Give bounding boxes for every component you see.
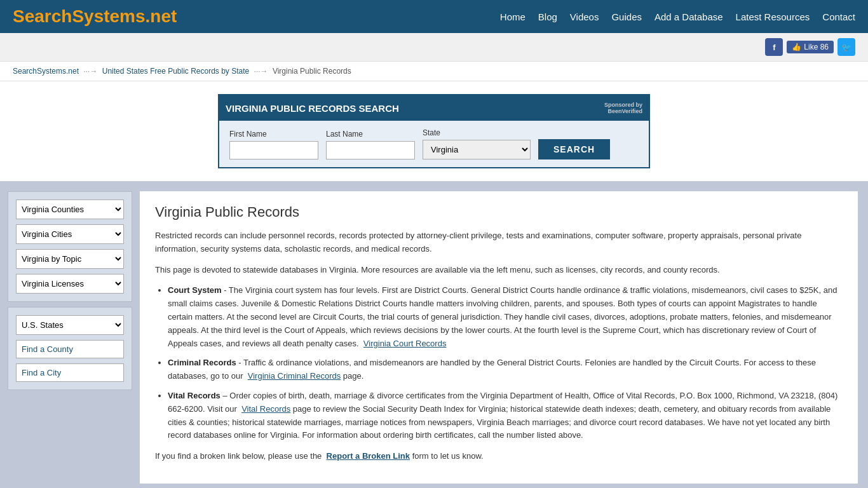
virginia-by-topic-select[interactable]: Virginia by Topic: [16, 249, 124, 269]
logo-ext: .net: [146, 6, 177, 26]
criminal-records-item: Criminal Records - Traffic & ordinance v…: [168, 356, 843, 383]
search-fields: First Name Last Name State Virginia SEAR…: [219, 121, 649, 167]
like-count: Like 86: [804, 43, 829, 51]
breadcrumb: SearchSystems.net ···→ United States Fre…: [0, 62, 868, 81]
facebook-icon[interactable]: f: [765, 38, 783, 56]
criminal-records-term: Criminal Records: [168, 358, 236, 367]
search-box-container: VIRGINIA PUBLIC RECORDS SEARCH Sponsored…: [0, 81, 868, 181]
search-button[interactable]: SEARCH: [538, 139, 610, 159]
first-name-group: First Name: [229, 130, 318, 159]
sidebar-section-us: U.S. States Find a County Find a City: [8, 307, 132, 390]
sponsored-label: Sponsored by BeenVerified: [604, 102, 642, 114]
footer-para: If you find a broken link below, please …: [155, 450, 843, 463]
court-system-item: Court System - The Virginia court system…: [168, 284, 843, 350]
us-states-select[interactable]: U.S. States: [16, 315, 124, 335]
twitter-icon[interactable]: 🐦: [837, 38, 855, 56]
criminal-records-link[interactable]: Virginia Criminal Records: [248, 371, 341, 381]
thumbs-up-icon: 👍: [792, 43, 801, 51]
page-title: Virginia Public Records: [155, 204, 843, 220]
footer-text-2: form to let us know.: [412, 451, 484, 461]
last-name-label: Last Name: [326, 130, 415, 139]
breadcrumb-arrow-1: ···→: [83, 67, 97, 76]
breadcrumb-arrow-2: ···→: [254, 67, 268, 76]
court-records-link[interactable]: Virginia Court Records: [363, 339, 447, 348]
vital-records-item: Vital Records – Order copies of birth, d…: [168, 390, 843, 442]
breadcrumb-states[interactable]: United States Free Public Records by Sta…: [102, 67, 249, 76]
search-box-title: VIRGINIA PUBLIC RECORDS SEARCH: [226, 103, 399, 114]
nav-guides[interactable]: Guides: [611, 11, 642, 22]
search-box: VIRGINIA PUBLIC RECORDS SEARCH Sponsored…: [218, 94, 650, 168]
vital-records-link[interactable]: Vital Records: [241, 404, 290, 414]
criminal-records-text-after: page.: [343, 371, 364, 381]
records-list: Court System - The Virginia court system…: [168, 284, 843, 442]
state-group: State Virginia: [423, 128, 531, 159]
content-area: Virginia Public Records Restricted recor…: [140, 191, 858, 484]
last-name-input[interactable]: [326, 141, 415, 159]
sidebar: Virginia Counties Virginia Cities Virgin…: [0, 181, 140, 488]
first-name-input[interactable]: [229, 141, 318, 159]
nav-videos[interactable]: Videos: [570, 11, 599, 22]
court-system-text: - The Virginia court system has four lev…: [168, 285, 837, 348]
vital-records-term: Vital Records: [168, 391, 220, 400]
main-layout: Virginia Counties Virginia Cities Virgin…: [0, 181, 868, 488]
nav-add-database[interactable]: Add a Database: [654, 11, 723, 22]
facebook-like-button[interactable]: 👍 Like 86: [787, 41, 834, 53]
header: SearchSystems.net Home Blog Videos Guide…: [0, 0, 868, 33]
report-broken-link[interactable]: Report a Broken Link: [327, 451, 410, 461]
virginia-licenses-select[interactable]: Virginia Licenses: [16, 274, 124, 294]
nav-contact[interactable]: Contact: [822, 11, 855, 22]
nav-latest-resources[interactable]: Latest Resources: [736, 11, 810, 22]
breadcrumb-home[interactable]: SearchSystems.net: [13, 67, 79, 76]
find-city-link[interactable]: Find a City: [16, 363, 124, 382]
search-box-header: VIRGINIA PUBLIC RECORDS SEARCH Sponsored…: [219, 95, 649, 121]
intro-para-2: This page is devoted to statewide databa…: [155, 264, 843, 277]
virginia-cities-select[interactable]: Virginia Cities: [16, 224, 124, 244]
logo-main: SearchSystems: [13, 6, 146, 26]
court-system-term: Court System: [168, 285, 222, 295]
first-name-label: First Name: [229, 130, 318, 139]
footer-text: If you find a broken link below, please …: [155, 451, 322, 461]
social-bar: f 👍 Like 86 🐦: [0, 33, 868, 62]
state-label: State: [423, 128, 531, 137]
find-county-link[interactable]: Find a County: [16, 340, 124, 358]
nav-blog[interactable]: Blog: [538, 11, 557, 22]
last-name-group: Last Name: [326, 130, 415, 159]
sidebar-section-virginia: Virginia Counties Virginia Cities Virgin…: [8, 191, 132, 302]
intro-para-1: Restricted records can include personnel…: [155, 229, 843, 256]
virginia-counties-select[interactable]: Virginia Counties: [16, 200, 124, 219]
main-nav: Home Blog Videos Guides Add a Database L…: [500, 11, 855, 22]
nav-home[interactable]: Home: [500, 11, 526, 22]
logo: SearchSystems.net: [13, 6, 177, 27]
breadcrumb-current: Virginia Public Records: [273, 67, 351, 76]
state-select[interactable]: Virginia: [423, 140, 531, 159]
